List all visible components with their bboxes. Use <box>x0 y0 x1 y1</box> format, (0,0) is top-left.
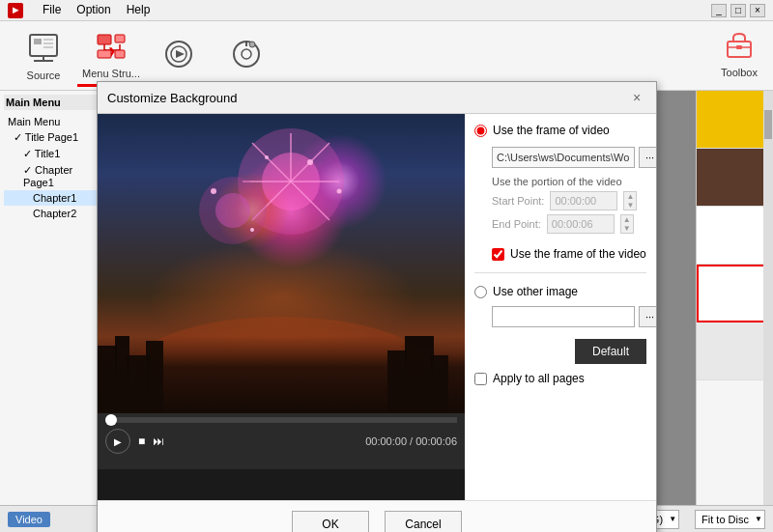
dialog-close-button[interactable]: × <box>627 88 646 107</box>
options-panel: Use the frame of video ··· Use the porti… <box>465 114 656 500</box>
close-button[interactable]: × <box>750 4 765 17</box>
default-button[interactable]: Default <box>575 339 646 364</box>
menu-bar: ▶ File Option Help <box>8 3 150 18</box>
dialog-overlay: Customize Background × <box>0 91 773 505</box>
menu-struct-icon <box>94 29 129 64</box>
svg-rect-12 <box>98 50 111 58</box>
fit-mode-label: Fit to Disc <box>701 514 749 525</box>
svg-point-20 <box>249 42 255 47</box>
disc-dropdown-arrow: ▼ <box>669 515 676 523</box>
image-path-row: ··· <box>492 306 646 327</box>
menu-file[interactable]: File <box>43 3 61 18</box>
maximize-button[interactable]: □ <box>730 4 746 17</box>
start-point-spin[interactable]: ▲▼ <box>623 191 637 210</box>
svg-point-34 <box>215 193 250 228</box>
status-video-label: Video <box>8 512 50 527</box>
dialog-title: Customize Background <box>107 91 237 105</box>
burn-icon <box>229 37 264 71</box>
progress-bar[interactable] <box>105 417 457 423</box>
toolbar-burn[interactable] <box>213 24 280 87</box>
toolbox-icon <box>722 28 757 63</box>
end-point-input[interactable] <box>547 214 615 234</box>
svg-rect-6 <box>34 60 53 62</box>
svg-point-43 <box>307 159 313 165</box>
menu-help[interactable]: Help <box>127 3 151 18</box>
svg-rect-8 <box>115 35 125 42</box>
svg-rect-7 <box>98 35 111 44</box>
fit-dropdown-arrow: ▼ <box>755 515 762 523</box>
apply-all-label: Apply to all pages <box>493 372 585 385</box>
image-browse-button[interactable]: ··· <box>639 306 656 327</box>
svg-rect-1 <box>34 39 42 44</box>
svg-point-18 <box>242 49 251 59</box>
next-frame-button[interactable]: ⏭ <box>153 434 164 448</box>
use-frame-checkbox[interactable] <box>492 248 504 261</box>
content-area: Main Menu Main Menu ✓ Title Page1 ✓ Titl… <box>0 91 773 505</box>
svg-point-47 <box>211 188 216 194</box>
play-button[interactable]: ▶ <box>105 429 130 454</box>
end-point-label: End Point: <box>492 218 541 230</box>
start-point-label: Start Point: <box>492 195 544 207</box>
controls-row: ▶ ■ ⏭ 00:00:00 / 00:00:06 <box>105 429 457 454</box>
file-path-row: ··· <box>492 147 646 168</box>
svg-rect-13 <box>115 50 125 58</box>
svg-point-44 <box>265 155 269 159</box>
app-icon: ▶ <box>8 3 23 18</box>
toolbar-toolbox[interactable]: Toolbox <box>705 21 773 84</box>
divider-1 <box>474 272 646 273</box>
source-label: Source <box>27 70 61 81</box>
video-controls: ▶ ■ ⏭ 00:00:00 / 00:00:06 <box>98 413 465 469</box>
video-browse-button[interactable]: ··· <box>639 147 656 168</box>
video-path-input[interactable] <box>492 147 635 168</box>
use-image-label: Use other image <box>493 285 578 298</box>
svg-rect-4 <box>43 46 53 48</box>
image-path-input[interactable] <box>492 306 635 327</box>
ok-button[interactable]: OK <box>292 511 369 532</box>
portion-label: Use the portion of the video <box>492 176 646 187</box>
apply-all-checkbox[interactable] <box>474 373 487 385</box>
svg-rect-0 <box>30 35 57 56</box>
cancel-button[interactable]: Cancel <box>385 511 462 532</box>
svg-rect-3 <box>43 42 53 44</box>
dialog-body: ▶ ■ ⏭ 00:00:00 / 00:00:06 Use the frame … <box>98 114 656 500</box>
use-video-radio[interactable] <box>474 125 487 137</box>
fit-mode-dropdown[interactable]: Fit to Disc ▼ <box>695 510 765 529</box>
svg-point-45 <box>337 189 342 194</box>
svg-point-46 <box>250 228 254 232</box>
toolbar-menu[interactable]: Menu Stru... <box>77 24 145 87</box>
source-icon <box>26 31 61 66</box>
use-video-label: Use the frame of video <box>493 124 610 137</box>
end-point-spin[interactable]: ▲▼ <box>620 214 634 234</box>
frame-checkbox-row: Use the frame of the video <box>492 247 646 261</box>
toolbar-preview[interactable] <box>145 24 213 87</box>
menu-struct-label: Menu Stru... <box>82 68 140 79</box>
menu-option[interactable]: Option <box>76 3 110 18</box>
end-point-row: End Point: ▲▼ <box>492 214 646 234</box>
toolbox-label: Toolbox <box>721 67 758 78</box>
video-display <box>98 114 465 413</box>
dialog-header: Customize Background × <box>98 82 656 114</box>
apply-row: Apply to all pages <box>474 372 646 385</box>
preview-icon <box>161 37 196 71</box>
svg-marker-16 <box>176 50 185 58</box>
other-image-row: Use other image <box>474 285 646 298</box>
toolbar-source[interactable]: Source <box>10 24 77 87</box>
svg-rect-2 <box>43 39 53 41</box>
use-video-frame-row: Use the frame of video <box>474 124 646 137</box>
video-preview-panel: ▶ ■ ⏭ 00:00:00 / 00:00:06 <box>98 114 465 500</box>
window-controls: _ □ × <box>711 4 765 17</box>
customize-background-dialog: Customize Background × <box>97 81 657 532</box>
stop-button[interactable]: ■ <box>138 434 145 448</box>
time-display: 00:00:00 / 00:00:06 <box>365 435 457 447</box>
city-silhouette <box>98 336 465 413</box>
start-point-row: Start Point: ▲▼ <box>492 191 646 210</box>
title-bar: ▶ File Option Help _ □ × <box>0 0 773 21</box>
progress-handle[interactable] <box>105 414 117 426</box>
start-point-input[interactable] <box>550 191 617 210</box>
minimize-button[interactable]: _ <box>711 4 727 17</box>
use-frame-label: Use the frame of the video <box>510 247 646 261</box>
use-image-radio[interactable] <box>474 286 487 298</box>
portion-section: Use the portion of the video Start Point… <box>492 176 646 234</box>
dialog-footer: OK Cancel <box>98 500 656 532</box>
svg-rect-23 <box>736 45 742 49</box>
